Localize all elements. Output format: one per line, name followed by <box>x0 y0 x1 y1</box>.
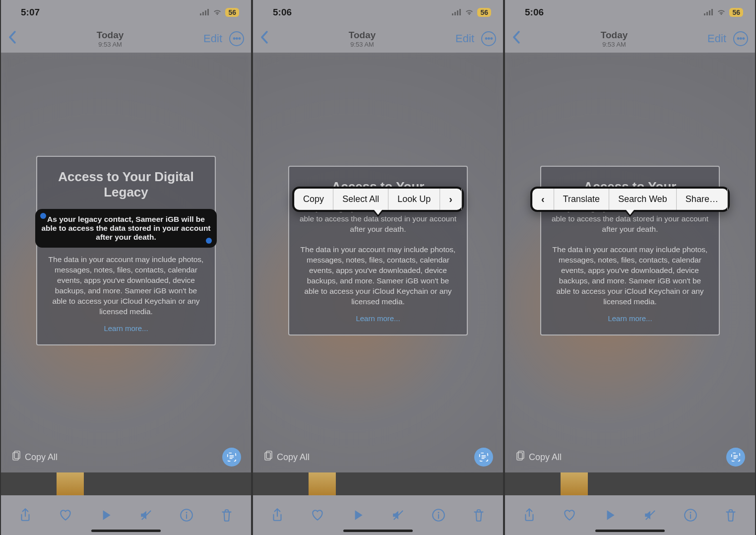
share-button[interactable] <box>16 506 34 524</box>
copy-all-button[interactable]: Copy All <box>11 451 58 464</box>
edit-button[interactable]: Edit <box>203 32 222 45</box>
status-bar: 5:07 56 <box>1 0 251 25</box>
more-icon[interactable]: ••• <box>229 31 244 46</box>
mute-icon[interactable] <box>641 506 659 524</box>
toolbar <box>505 495 755 535</box>
mute-icon[interactable] <box>389 506 407 524</box>
modal-heading: Access to Your Digital Legacy <box>47 169 205 200</box>
thumbnail-strip[interactable] <box>505 472 755 495</box>
wifi-icon <box>464 7 474 18</box>
back-button[interactable] <box>8 30 17 47</box>
info-button[interactable] <box>430 506 447 524</box>
context-menu: ‹ Translate Search Web Share… <box>530 187 730 212</box>
selection-handle-start[interactable] <box>40 213 46 219</box>
ctx-select-all[interactable]: Select All <box>333 189 388 210</box>
play-button[interactable] <box>97 506 115 524</box>
cell-signal-icon <box>199 7 209 18</box>
nav-title: Today 9:53 AM <box>521 30 707 48</box>
toolbar <box>1 495 251 535</box>
photo-viewer[interactable]: Access to Your As your legacy contact, S… <box>253 53 503 472</box>
toolbar <box>253 495 503 535</box>
live-text-button[interactable] <box>474 448 493 467</box>
home-indicator[interactable] <box>91 530 161 532</box>
live-text-button[interactable] <box>726 448 745 467</box>
ctx-translate[interactable]: Translate <box>554 189 609 210</box>
favorite-button[interactable] <box>561 506 578 524</box>
back-button[interactable] <box>512 30 521 47</box>
ctx-more-icon[interactable]: › <box>440 189 462 210</box>
live-text-button[interactable] <box>222 448 241 467</box>
svg-point-4 <box>186 512 187 513</box>
nav-title: Today 9:53 AM <box>17 30 203 48</box>
edit-button[interactable]: Edit <box>455 32 474 45</box>
nav-bar: Today 9:53 AM Edit ••• <box>253 25 503 53</box>
modal-para: The data in your account may include pho… <box>47 255 205 317</box>
ctx-share[interactable]: Share… <box>677 189 728 210</box>
thumbnail-strip[interactable] <box>1 472 251 495</box>
more-icon[interactable]: ••• <box>733 31 748 46</box>
delete-button[interactable] <box>470 506 488 524</box>
copy-all-button[interactable]: Copy All <box>263 451 310 464</box>
battery-icon: 56 <box>477 8 491 17</box>
share-button[interactable] <box>268 506 286 524</box>
edit-button[interactable]: Edit <box>707 32 726 45</box>
svg-point-9 <box>438 512 439 513</box>
cell-signal-icon <box>703 7 713 18</box>
selected-text: As your legacy contact, Sameer iGB will … <box>40 215 212 242</box>
screenshot-panel-3: 5:06 56 Today 9:53 AM Edit ••• Access to… <box>504 0 756 535</box>
ctx-search-web[interactable]: Search Web <box>609 189 677 210</box>
nav-bar: Today 9:53 AM Edit ••• <box>1 25 251 53</box>
wifi-icon <box>716 7 726 18</box>
status-bar: 5:06 56 <box>505 0 755 25</box>
delete-button[interactable] <box>218 506 236 524</box>
copy-all-button[interactable]: Copy All <box>515 451 562 464</box>
status-time: 5:06 <box>273 7 292 18</box>
ctx-look-up[interactable]: Look Up <box>388 189 440 210</box>
cell-signal-icon <box>451 7 461 18</box>
status-time: 5:07 <box>21 7 40 18</box>
learn-more-link[interactable]: Learn more... <box>299 314 457 323</box>
back-button[interactable] <box>260 30 269 47</box>
play-button[interactable] <box>601 506 619 524</box>
svg-point-14 <box>690 512 691 513</box>
ctx-back-icon[interactable]: ‹ <box>532 189 554 210</box>
delete-button[interactable] <box>722 506 740 524</box>
modal-para: The data in your account may include pho… <box>551 245 709 307</box>
play-button[interactable] <box>349 506 367 524</box>
screenshot-panel-1: 5:07 56 Today 9:53 AM Edit ••• Access <box>0 0 252 535</box>
learn-more-link[interactable]: Learn more... <box>47 324 205 333</box>
ctx-copy[interactable]: Copy <box>294 189 333 210</box>
info-button[interactable] <box>178 506 195 524</box>
photo-viewer[interactable]: Access to Your Digital Legacy As your le… <box>1 53 251 472</box>
share-button[interactable] <box>520 506 538 524</box>
legacy-modal: Access to Your Digital Legacy As your le… <box>36 156 216 345</box>
screenshot-panel-2: 5:06 56 Today 9:53 AM Edit ••• Access to… <box>252 0 504 535</box>
copy-icon <box>11 451 21 464</box>
more-icon[interactable]: ••• <box>481 31 496 46</box>
context-menu: Copy Select All Look Up › <box>292 187 464 212</box>
info-button[interactable] <box>682 506 699 524</box>
home-indicator[interactable] <box>595 530 665 532</box>
nav-title: Today 9:53 AM <box>269 30 455 48</box>
status-bar: 5:06 56 <box>253 0 503 25</box>
modal-para: The data in your account may include pho… <box>299 245 457 307</box>
text-selection[interactable]: As your legacy contact, Sameer iGB will … <box>35 209 217 248</box>
mute-icon[interactable] <box>137 506 155 524</box>
thumbnail-strip[interactable] <box>253 472 503 495</box>
home-indicator[interactable] <box>343 530 413 532</box>
nav-bar: Today 9:53 AM Edit ••• <box>505 25 755 53</box>
battery-icon: 56 <box>729 8 743 17</box>
photo-viewer[interactable]: Access to Your As your legacy contact, S… <box>505 53 755 472</box>
status-time: 5:06 <box>525 7 544 18</box>
copy-icon <box>515 451 525 464</box>
wifi-icon <box>212 7 222 18</box>
battery-icon: 56 <box>225 8 239 17</box>
favorite-button[interactable] <box>57 506 74 524</box>
copy-icon <box>263 451 273 464</box>
favorite-button[interactable] <box>309 506 326 524</box>
learn-more-link[interactable]: Learn more... <box>551 314 709 323</box>
selection-handle-end[interactable] <box>206 238 212 244</box>
